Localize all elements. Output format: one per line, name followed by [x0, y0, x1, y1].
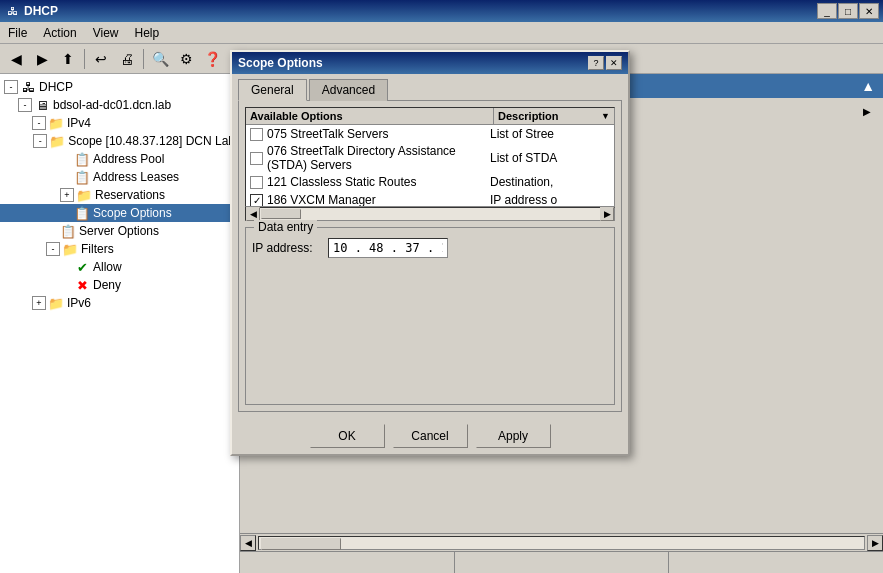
menu-help[interactable]: Help	[127, 22, 168, 43]
toolbar-export[interactable]: 🖨	[115, 47, 139, 71]
label-ipv6: IPv6	[67, 296, 91, 310]
ip-label: IP address:	[252, 241, 322, 255]
expander-scope[interactable]: -	[33, 134, 47, 148]
option-desc-186: IP address o	[490, 193, 610, 207]
expander-server[interactable]: -	[18, 98, 32, 112]
checkbox-121[interactable]	[250, 176, 263, 189]
toolbar-refresh[interactable]: ↩	[89, 47, 113, 71]
toolbar-forward[interactable]: ▶	[30, 47, 54, 71]
icon-scope-options: 📋	[74, 205, 90, 221]
ip-input[interactable]	[328, 238, 448, 258]
tree-item-address-leases[interactable]: 📋 Address Leases	[0, 168, 239, 186]
tree-item-ipv6[interactable]: + 📁 IPv6	[0, 294, 239, 312]
label-server: bdsol-ad-dc01.dcn.lab	[53, 98, 171, 112]
horizontal-scrollbar[interactable]: ◀ ▶	[240, 533, 883, 551]
option-row-075[interactable]: 075 StreetTalk Servers List of Stree	[246, 125, 614, 143]
label-ipv4: IPv4	[67, 116, 91, 130]
tree-panel: - 🖧 DHCP - 🖥 bdsol-ad-dc01.dcn.lab - 📁 I…	[0, 74, 240, 573]
expander-ipv4[interactable]: -	[32, 116, 46, 130]
dialog-title: Scope Options	[238, 56, 323, 70]
app-icon: 🖧	[4, 3, 20, 19]
icon-scope: 📁	[49, 133, 65, 149]
tree-item-scope[interactable]: - 📁 Scope [10.48.37.128] DCN Lab	[0, 132, 239, 150]
tree-item-dhcp[interactable]: - 🖧 DHCP	[0, 78, 239, 96]
checkbox-076[interactable]	[250, 152, 263, 165]
menu-action[interactable]: Action	[35, 22, 84, 43]
scroll-left-btn[interactable]: ◀	[240, 535, 256, 551]
scope-options-dialog: Scope Options ? ✕ General Advanced Avail…	[230, 50, 630, 456]
dialog-close-btn[interactable]: ✕	[606, 56, 622, 70]
option-row-076[interactable]: 076 StreetTalk Directory Assistance (STD…	[246, 143, 614, 173]
hscroll-right-btn[interactable]: ▶	[600, 207, 614, 221]
options-hscrollbar[interactable]: ◀ ▶	[245, 207, 615, 221]
expander-reservations[interactable]: +	[60, 188, 74, 202]
label-scope-options: Scope Options	[93, 206, 172, 220]
option-row-121[interactable]: 121 Classless Static Routes Destination,	[246, 173, 614, 191]
icon-ipv6: 📁	[48, 295, 64, 311]
menu-file[interactable]: File	[0, 22, 35, 43]
option-row-186[interactable]: ✓ 186 VXCM Manager IP address o	[246, 191, 614, 207]
toolbar-back[interactable]: ◀	[4, 47, 28, 71]
tree-item-server[interactable]: - 🖥 bdsol-ad-dc01.dcn.lab	[0, 96, 239, 114]
option-desc-076: List of STDA	[490, 151, 610, 165]
tab-general[interactable]: General	[238, 79, 307, 101]
col-desc-header: Description ▼	[494, 108, 614, 124]
label-server-options: Server Options	[79, 224, 159, 238]
dialog-help-btn[interactable]: ?	[588, 56, 604, 70]
tree-item-allow[interactable]: ✔ Allow	[0, 258, 239, 276]
tree-item-address-pool[interactable]: 📋 Address Pool	[0, 150, 239, 168]
apply-button[interactable]: Apply	[476, 424, 551, 448]
toolbar-properties[interactable]: ⚙	[174, 47, 198, 71]
label-address-pool: Address Pool	[93, 152, 164, 166]
tree-item-deny[interactable]: ✖ Deny	[0, 276, 239, 294]
icon-allow: ✔	[74, 259, 90, 275]
tree-item-filters[interactable]: - 📁 Filters	[0, 240, 239, 258]
label-filters: Filters	[81, 242, 114, 256]
status-bar	[240, 551, 883, 573]
toolbar-sep1	[84, 49, 85, 69]
scroll-right-btn[interactable]: ▶	[867, 535, 883, 551]
label-reservations: Reservations	[95, 188, 165, 202]
data-entry-legend: Data entry	[254, 220, 317, 234]
label-allow: Allow	[93, 260, 122, 274]
tree-item-scope-options[interactable]: 📋 Scope Options	[0, 204, 239, 222]
checkbox-186[interactable]: ✓	[250, 194, 263, 207]
tree-item-ipv4[interactable]: - 📁 IPv4	[0, 114, 239, 132]
checkbox-075[interactable]	[250, 128, 263, 141]
data-entry-group: Data entry IP address:	[245, 227, 615, 405]
ok-button[interactable]: OK	[310, 424, 385, 448]
actions-expand-arrow[interactable]: ▲	[861, 78, 875, 94]
status-section-3	[669, 552, 883, 573]
menu-view[interactable]: View	[85, 22, 127, 43]
actions-submenu-arrow: ▶	[863, 106, 871, 117]
expander-dhcp[interactable]: -	[4, 80, 18, 94]
hscroll-thumb[interactable]	[261, 209, 301, 219]
expander-ipv6[interactable]: +	[32, 296, 46, 310]
col-available-header: Available Options	[246, 108, 494, 124]
option-name-121: 121 Classless Static Routes	[267, 175, 490, 189]
options-list[interactable]: Available Options Description ▼ 075 Stre…	[245, 107, 615, 207]
toolbar-help[interactable]: ❓	[200, 47, 224, 71]
minimize-button[interactable]: _	[817, 3, 837, 19]
close-button[interactable]: ✕	[859, 3, 879, 19]
scroll-thumb[interactable]	[261, 538, 341, 550]
menu-bar: File Action View Help	[0, 22, 883, 44]
label-dhcp: DHCP	[39, 80, 73, 94]
option-name-076: 076 StreetTalk Directory Assistance (STD…	[267, 144, 490, 172]
hscroll-left-btn[interactable]: ◀	[246, 207, 260, 221]
data-entry-content: IP address:	[252, 238, 608, 398]
icon-deny: ✖	[74, 277, 90, 293]
expander-filters[interactable]: -	[46, 242, 60, 256]
cancel-button[interactable]: Cancel	[393, 424, 468, 448]
dialog-title-bar: Scope Options ? ✕	[232, 52, 628, 74]
tabs-bar: General Advanced	[232, 74, 628, 100]
tree-item-reservations[interactable]: + 📁 Reservations	[0, 186, 239, 204]
sort-arrow-icon[interactable]: ▼	[601, 111, 610, 121]
maximize-button[interactable]: □	[838, 3, 858, 19]
toolbar-up[interactable]: ⬆	[56, 47, 80, 71]
tab-advanced[interactable]: Advanced	[309, 79, 388, 101]
option-desc-075: List of Stree	[490, 127, 610, 141]
tree-item-server-options[interactable]: 📋 Server Options	[0, 222, 239, 240]
toolbar-search[interactable]: 🔍	[148, 47, 172, 71]
title-bar: 🖧 DHCP _ □ ✕	[0, 0, 883, 22]
